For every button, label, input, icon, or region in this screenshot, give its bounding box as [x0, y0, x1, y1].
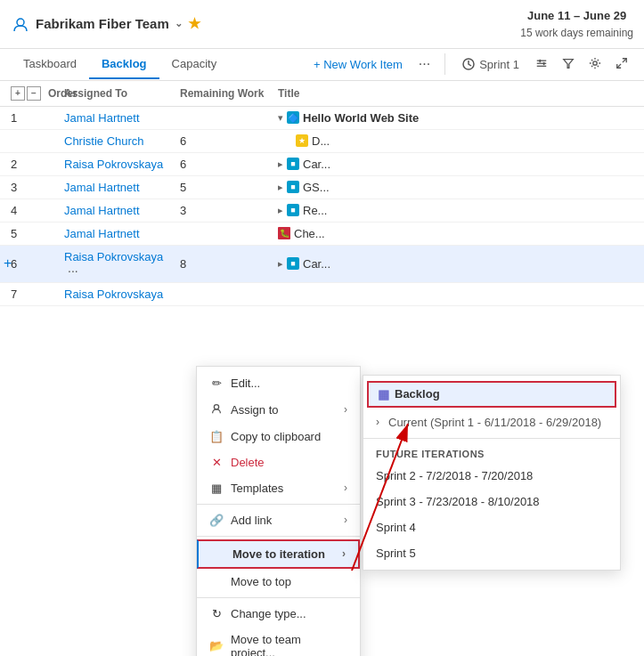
submenu-sprint3[interactable]: Sprint 3 - 7/23/2018 - 8/10/2018	[363, 489, 620, 514]
row-title: ▸ ■ Car...	[278, 257, 633, 271]
ctx-assign[interactable]: Assign to ›	[197, 396, 360, 424]
row-assigned[interactable]: Jamal Hartnett	[64, 181, 180, 194]
work-icon: 🔷	[287, 111, 299, 124]
new-work-item-button[interactable]: + New Work Item	[306, 54, 410, 75]
arrow-icon: ›	[342, 547, 346, 560]
team-icon	[11, 14, 30, 34]
work-icon-red: 🐛	[278, 227, 290, 239]
row-assigned[interactable]: Jamal Hartnett	[64, 204, 180, 217]
row-title: ★ D...	[278, 134, 633, 148]
work-icon-blue: ■	[287, 257, 299, 270]
copy-icon: 📋	[209, 430, 224, 443]
sprint-label: Sprint 1	[479, 58, 519, 71]
ctx-move-team[interactable]: 📂 Move to team project...	[197, 627, 360, 657]
team-name-label: Fabrikam Fiber Team	[36, 16, 169, 31]
ctx-separator	[197, 504, 360, 505]
tab-capacity[interactable]: Capacity	[159, 50, 230, 79]
arrow-icon: ›	[344, 482, 347, 494]
row-assigned[interactable]: Raisa Pokrovskaya	[64, 288, 180, 301]
row-assigned[interactable]: Raisa Pokrovskaya	[64, 158, 180, 171]
row-ellipsis-button[interactable]: ···	[68, 263, 78, 278]
future-header: FUTURE ITERATIONS	[363, 441, 620, 463]
row-title: ▸ ■ GS...	[278, 181, 633, 194]
ctx-add-link[interactable]: 🔗 Add link ›	[197, 507, 360, 533]
row-order: 2	[11, 158, 64, 171]
top-bar: Fabrikam Fiber Team ⌄ ★ June 11 – June 2…	[0, 0, 644, 49]
table-row: 4 Jamal Hartnett 3 ▸ ■ Re...	[0, 199, 644, 223]
row-remaining: 6	[180, 134, 278, 148]
svg-rect-6	[543, 61, 545, 65]
row-remaining: 5	[180, 181, 278, 194]
row-order: 4	[11, 204, 64, 217]
remove-row-icon[interactable]: −	[27, 86, 41, 101]
delete-icon: ✕	[209, 456, 224, 469]
row-order: 6	[11, 257, 64, 271]
add-icons: + −	[11, 86, 41, 101]
row-assigned[interactable]: Jamal Hartnett	[64, 227, 180, 240]
submenu-sprint5[interactable]: Sprint 5	[363, 540, 620, 566]
nav-tabs: Taskboard Backlog Capacity + New Work It…	[0, 49, 644, 81]
ctx-move-to-top[interactable]: Move to top	[197, 569, 360, 595]
row-remaining: 3	[180, 204, 278, 217]
table-row: 3 Jamal Hartnett 5 ▸ ■ GS...	[0, 176, 644, 199]
ctx-separator	[197, 597, 360, 598]
table-header: + − Order Assigned To Remaining Work Tit…	[0, 81, 644, 107]
svg-rect-4	[537, 65, 547, 66]
team-icon: 📂	[209, 639, 224, 652]
work-icon-blue: ■	[287, 158, 299, 170]
row-assigned[interactable]: Jamal Hartnett	[64, 111, 180, 125]
sprint-icon	[461, 57, 476, 71]
change-type-icon: ↻	[209, 607, 224, 620]
col-remaining-header: Remaining Work	[180, 87, 278, 100]
gear-button[interactable]	[583, 53, 607, 76]
submenu-current[interactable]: › Current (Sprint 1 - 6/11/2018 - 6/29/2…	[363, 409, 620, 435]
ctx-change-type[interactable]: ↻ Change type...	[197, 601, 360, 627]
add-row-button[interactable]: +	[4, 255, 12, 271]
team-name[interactable]: Fabrikam Fiber Team ⌄ ★	[11, 14, 200, 34]
divider	[444, 53, 445, 75]
row-assigned[interactable]: Raisa Pokrovskaya ···	[64, 250, 180, 278]
table-row: 1 Jamal Hartnett ▾ 🔷 Hello World Web Sit…	[0, 107, 644, 130]
filter-button[interactable]	[557, 53, 580, 76]
work-icon-blue: ■	[287, 204, 299, 216]
add-row-icon[interactable]: +	[11, 86, 25, 101]
submenu-separator	[363, 438, 620, 439]
work-icon-blue: ■	[287, 181, 299, 193]
col-assigned-header: Assigned To	[64, 87, 180, 100]
ctx-copy[interactable]: 📋 Copy to clipboard	[197, 424, 360, 449]
settings-panel-button[interactable]	[530, 53, 553, 76]
date-range: June 11 – June 29	[520, 7, 633, 25]
submenu-sprint4[interactable]: Sprint 4	[363, 514, 620, 540]
row-order: 1	[11, 111, 64, 125]
arrow-icon: ›	[344, 514, 347, 526]
submenu: ▦ Backlog › Current (Sprint 1 - 6/11/201…	[363, 375, 621, 571]
tab-backlog[interactable]: Backlog	[89, 50, 159, 79]
row-assigned[interactable]: Christie Church	[64, 134, 180, 148]
expand-button[interactable]	[610, 53, 633, 76]
table-row-highlighted: + 6 Raisa Pokrovskaya ··· 8 ▸ ■ Car...	[0, 246, 644, 283]
ctx-delete[interactable]: ✕ Delete	[197, 449, 360, 475]
row-remaining: 6	[180, 158, 278, 171]
ctx-templates[interactable]: ▦ Templates ›	[197, 475, 360, 501]
assign-icon	[209, 402, 224, 417]
submenu-backlog[interactable]: ▦ Backlog	[367, 381, 616, 408]
row-title: ▸ ■ Car...	[278, 158, 633, 171]
row-title: ▸ ■ Re...	[278, 204, 633, 217]
row-title: 🐛 Che...	[278, 227, 633, 240]
row-title: ▾ 🔷 Hello World Web Site	[278, 111, 633, 125]
chevron-icon: ⌄	[175, 18, 183, 29]
star-icon: ★	[188, 15, 200, 32]
days-remaining: 15 work days remaining	[520, 25, 633, 41]
tab-taskboard[interactable]: Taskboard	[11, 50, 89, 79]
sprint-selector-button[interactable]: Sprint 1	[454, 53, 526, 75]
more-actions-button[interactable]: ···	[413, 54, 436, 74]
templates-icon: ▦	[209, 482, 224, 495]
nav-actions: + New Work Item ··· Sprint 1	[306, 53, 633, 76]
ctx-move-to-iteration[interactable]: Move to iteration ›	[197, 539, 360, 569]
row-order: 5	[11, 227, 64, 240]
ctx-edit[interactable]: ✏ Edit...	[197, 370, 360, 396]
current-arrow-icon: ›	[376, 416, 379, 428]
submenu-sprint2[interactable]: Sprint 2 - 7/2/2018 - 7/20/2018	[363, 463, 620, 489]
col-title-header: Title	[278, 87, 633, 100]
svg-marker-7	[564, 59, 574, 68]
